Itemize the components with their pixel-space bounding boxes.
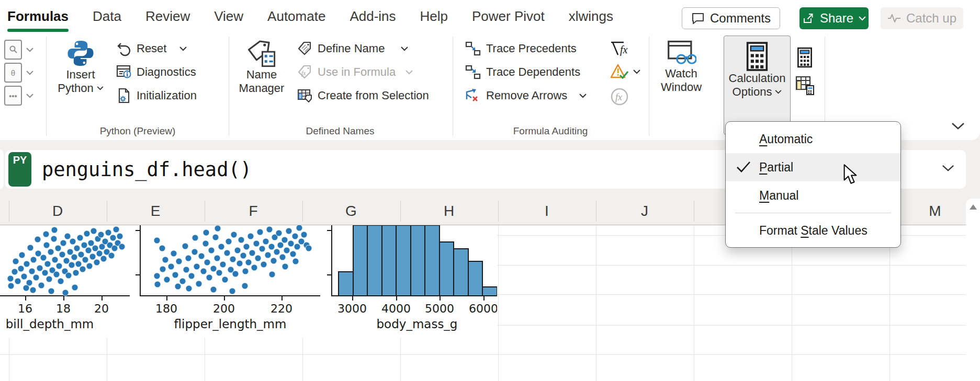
chart-bill_depth_mm-point	[19, 252, 26, 259]
chart-body_mass_g-bar	[396, 225, 411, 296]
menu-item-automatic[interactable]: Automatic	[726, 125, 900, 153]
vertical-scrollbar[interactable]	[966, 199, 980, 381]
chart-bill_depth_mm-point	[38, 282, 45, 289]
name-manager-button[interactable]: Name Manager	[234, 39, 289, 95]
chart-body_mass_g-tick-label: 4000	[381, 302, 411, 315]
create-from-selection-button[interactable]: Create from Selection	[297, 88, 429, 103]
menu-item-label: Manual	[759, 189, 798, 203]
column-header-E[interactable]: E	[151, 198, 161, 225]
define-name-button[interactable]: Define Name	[297, 41, 408, 56]
chart-flipper_length_mm-point	[242, 268, 249, 275]
formula-input[interactable]: penguins_df.head()	[42, 150, 252, 189]
chart-body_mass_g-tick	[396, 296, 397, 301]
ribbon-tab-power-pivot[interactable]: Power Pivot	[472, 8, 545, 25]
remove-arrows-button[interactable]: Remove Arrows	[465, 88, 587, 103]
calculate-sheet-button[interactable]	[795, 75, 815, 98]
column-header-H[interactable]: H	[444, 198, 454, 225]
insert-python-label-1: Insert	[66, 68, 95, 82]
calculation-options-menu: AutomaticPartialManualFormat Stale Value…	[725, 121, 901, 248]
chart-flipper_length_mm-point	[204, 259, 211, 266]
use-in-formula-button[interactable]: fx Use in Formula	[297, 64, 413, 80]
column-header-D[interactable]: D	[52, 198, 63, 225]
calculate-now-button[interactable]	[795, 47, 814, 70]
chart-bill_depth_mm-point	[59, 251, 66, 258]
ribbon-tab-help[interactable]: Help	[420, 8, 448, 25]
chart-bill_depth_mm-point	[40, 255, 47, 261]
chart-flipper_length_mm-point	[216, 270, 223, 276]
define-name-icon	[297, 41, 313, 56]
error-checking-icon	[610, 63, 628, 80]
chart-bill_depth_mm-point	[52, 257, 59, 263]
initialization-button[interactable]: Initialization	[116, 88, 197, 103]
ribbon-tab-view[interactable]: View	[214, 8, 243, 25]
error-checking-button[interactable]	[610, 63, 640, 80]
chart-body_mass_g-y-tick	[327, 230, 331, 231]
menu-item-partial[interactable]: Partial	[726, 153, 900, 181]
chart-flipper_length_mm-point	[261, 261, 267, 268]
reset-label: Reset	[137, 43, 166, 54]
ribbon-tab-formulas[interactable]: Formulas	[7, 8, 69, 25]
column-divider	[694, 201, 694, 222]
chevron-down-icon	[26, 94, 33, 98]
group-separator	[229, 37, 229, 136]
chart-flipper_length_mm-point	[206, 274, 213, 281]
column-header-F[interactable]: F	[249, 198, 257, 225]
column-header-G[interactable]: G	[345, 198, 357, 225]
diagnostics-button[interactable]: Diagnostics	[116, 64, 196, 80]
chart-bill_depth_mm-point	[15, 278, 21, 285]
chart-flipper_length_mm-point	[266, 226, 273, 233]
column-header-J[interactable]: J	[641, 198, 648, 225]
evaluate-formula-button[interactable]: fx	[610, 87, 629, 109]
ribbon-tab-xlwings[interactable]: xlwings	[569, 8, 613, 25]
chevron-down-icon	[26, 71, 33, 75]
define-name-label: Define Name	[318, 43, 385, 54]
chart-body_mass_g-axis-title: body_mass_g	[377, 317, 458, 331]
svg-text:fx: fx	[301, 70, 306, 77]
mouse-cursor	[842, 164, 858, 184]
column-header-M[interactable]: M	[929, 198, 941, 225]
trace-dependents-button[interactable]: Trace Dependents	[465, 64, 580, 80]
comments-label: Comments	[710, 11, 771, 26]
function-library-button-1[interactable]	[4, 40, 33, 60]
column-divider	[205, 201, 205, 222]
catch-up-button[interactable]: Catch up	[881, 7, 963, 29]
watch-window-button[interactable]: Watch Window	[655, 39, 707, 94]
chart-flipper_length_mm-tick-label: 180	[155, 302, 177, 315]
menu-item-format-stale-values[interactable]: Format Stale Values	[726, 216, 900, 245]
expand-formula-bar-button[interactable]	[942, 165, 954, 174]
chart-flipper_length_mm-point	[210, 286, 217, 293]
gridline-horizontal	[0, 354, 966, 355]
share-button[interactable]: Share	[799, 7, 869, 29]
reset-button[interactable]: Reset	[116, 41, 187, 56]
chart-body_mass_g-bar	[353, 225, 368, 296]
chart-flipper_length_mm-point	[243, 244, 250, 250]
menu-item-manual[interactable]: Manual	[726, 181, 900, 210]
show-formulas-button[interactable]: fx	[610, 40, 630, 60]
comments-button[interactable]: Comments	[682, 7, 780, 29]
scroll-up-icon[interactable]	[969, 204, 977, 210]
ribbon-tab-data[interactable]: Data	[93, 8, 121, 25]
chart-bill_depth_mm-point	[29, 268, 36, 275]
trace-precedents-button[interactable]: Trace Precedents	[465, 41, 577, 56]
ribbon-tab-add-ins[interactable]: Add-ins	[350, 8, 396, 25]
chart-flipper_length_mm-point	[172, 272, 179, 279]
chevron-down-icon	[26, 48, 33, 52]
python-pairplot-image[interactable]: 161820bill_depth_mm180200220flipper_leng…	[0, 225, 497, 338]
function-library-button-3[interactable]: •••	[4, 86, 33, 106]
chevron-down-icon	[942, 165, 954, 172]
chart-bill_depth_mm-point	[46, 276, 53, 283]
collapse-ribbon-button[interactable]	[951, 122, 965, 132]
function-library-button-2[interactable]: θ	[4, 63, 33, 83]
diagnostics-icon	[116, 64, 132, 80]
insert-python-button[interactable]: Insert Python	[52, 39, 109, 95]
python-cell-badge: PY	[8, 152, 31, 187]
chart-bill_depth_mm-point	[24, 261, 30, 268]
ribbon-tab-review[interactable]: Review	[145, 8, 190, 25]
chart-flipper_length_mm-point	[220, 261, 227, 268]
chart-body_mass_g-tick-label: 6000	[469, 302, 497, 315]
column-header-I[interactable]: I	[545, 198, 549, 225]
chart-flipper_length_mm-point	[192, 235, 199, 241]
chevron-down-icon	[179, 47, 187, 51]
ribbon-tab-automate[interactable]: Automate	[267, 8, 325, 25]
calculation-options-button[interactable]: Calculation Options	[724, 36, 791, 135]
